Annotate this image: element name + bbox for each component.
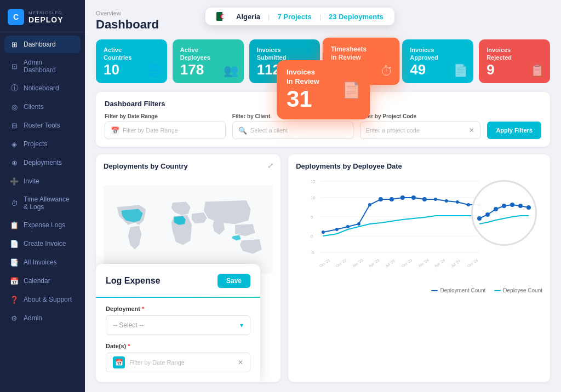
sidebar-item-label: About & Support	[24, 296, 72, 303]
sidebar-item-label: Create Invoice	[24, 240, 66, 247]
deployment-select-placeholder: -- Select --	[113, 321, 144, 329]
svg-point-43	[494, 207, 498, 211]
sidebar-item-label: Projects	[24, 140, 47, 148]
svg-point-44	[502, 204, 506, 208]
stat-card-active-deployees: ActiveDeployees 178 👥	[173, 39, 244, 83]
svg-point-29	[467, 203, 470, 206]
sidebar-item-all-invoices[interactable]: 📑 All Invoices	[4, 253, 81, 271]
svg-text:Jan '24: Jan '24	[417, 258, 430, 268]
svg-text:15: 15	[311, 179, 316, 184]
dates-required-star: *	[128, 343, 130, 349]
sidebar-item-dashboard[interactable]: ⊞ Dashboard	[4, 36, 81, 53]
svg-text:Oct '23: Oct '23	[401, 258, 413, 268]
svg-point-42	[485, 212, 490, 217]
bottom-row: Deployments by Country ⤢	[96, 154, 550, 382]
date-clear-icon[interactable]: ✕	[238, 359, 243, 366]
main-content: Algeria | 7 Projects | 23 Deployments Ov…	[85, 0, 561, 392]
tooltip-icon: 📄	[342, 80, 361, 99]
chevron-down-icon: ▾	[240, 321, 243, 329]
svg-text:Oct '21: Oct '21	[319, 258, 331, 268]
logo-text: MetricsLed DEPLOY	[28, 10, 64, 24]
svg-point-47	[526, 205, 531, 210]
modal-save-button[interactable]: Save	[217, 274, 250, 288]
sidebar-item-label: Time Allowance & Logs	[24, 195, 75, 211]
sidebar-item-time-allowance[interactable]: ⏱ Time Allowance & Logs	[4, 191, 81, 215]
svg-text:Jul '24: Jul '24	[450, 259, 461, 268]
sidebar-item-expense-logs[interactable]: 📋 Expense Logs	[4, 216, 81, 234]
svg-point-19	[357, 222, 360, 226]
sidebar-item-admin[interactable]: ⚙ Admin	[4, 309, 81, 327]
deployments-country-title: Deployments by Country	[104, 162, 273, 170]
algeria-name: Algeria	[236, 13, 260, 21]
sidebar-item-label: Roster Tools	[24, 122, 60, 129]
clock-icon: ⏱	[381, 64, 394, 79]
sidebar-item-admin-dashboard[interactable]: ⊡ Admin Dashboard	[4, 54, 81, 78]
svg-point-22	[390, 197, 394, 201]
roster-tools-icon: ⊟	[10, 121, 19, 130]
svg-point-26	[434, 198, 437, 201]
filter-project-input[interactable]: Enter a project code ✕	[360, 122, 481, 139]
deployments-by-country-panel: Deployments by Country ⤢	[96, 154, 280, 382]
deployment-field-label: Deployment *	[106, 305, 250, 312]
svg-text:Oct '22: Oct '22	[335, 258, 347, 268]
deployment-select[interactable]: -- Select -- ▾	[106, 315, 250, 335]
sidebar-item-roster-tools[interactable]: ⊟ Roster Tools	[4, 117, 81, 134]
deployment-count-dot	[431, 290, 438, 291]
logo-brand: MetricsLed	[28, 10, 64, 15]
chart-legend: Deployment Count Deployee Count	[296, 287, 542, 293]
noticeboard-icon: ⓘ	[10, 84, 19, 93]
date-icon: 📅	[113, 356, 125, 368]
svg-point-27	[445, 199, 448, 203]
filter-client-placeholder: Select a client	[250, 127, 288, 134]
algeria-deployments: 23 Deployments	[329, 13, 383, 21]
sidebar-item-calendar[interactable]: 📅 Calendar	[4, 272, 81, 290]
sidebar-item-about-support[interactable]: ❓ About & Support	[4, 291, 81, 308]
search-icon: 🔍	[238, 126, 247, 135]
filter-date-placeholder: Filter by Date Range	[123, 127, 178, 134]
sidebar-item-label: Clients	[24, 103, 44, 111]
sidebar-item-deployments[interactable]: ⊕ Deployments	[4, 154, 81, 171]
admin-icon: ⚙	[10, 314, 19, 322]
filter-project-placeholder: Enter a project code	[366, 127, 420, 134]
zoom-circle	[471, 180, 537, 246]
svg-text:10: 10	[311, 195, 316, 200]
filter-date-input[interactable]: 📅 Filter by Date Range	[105, 122, 226, 139]
required-star: *	[142, 305, 144, 312]
svg-point-41	[477, 216, 482, 221]
dates-placeholder: Filter by Date Range	[129, 359, 185, 366]
algeria-bar: Algeria | 7 Projects | 23 Deployments	[205, 8, 394, 25]
sidebar-item-label: Deployments	[24, 159, 62, 166]
sidebar-item-noticeboard[interactable]: ⓘ Noticeboard	[4, 79, 81, 97]
svg-point-28	[456, 200, 459, 204]
svg-point-18	[346, 225, 350, 228]
expand-icon[interactable]: ⤢	[267, 161, 274, 170]
apply-filters-button[interactable]: Apply Filters	[487, 122, 541, 139]
invite-icon: ➕	[10, 177, 19, 186]
logo-icon: C	[8, 9, 24, 25]
modal-header: Log Expense Save	[106, 274, 250, 288]
clear-project-icon[interactable]: ✕	[469, 126, 474, 134]
sidebar-item-label: Expense Logs	[24, 221, 65, 229]
filter-date-group: Filter by Date Range 📅 Filter by Date Ra…	[105, 113, 226, 139]
svg-point-3	[221, 15, 225, 18]
sidebar-item-clients[interactable]: ◎ Clients	[4, 98, 81, 116]
sidebar-item-label: Calendar	[24, 277, 50, 285]
sidebar-item-projects[interactable]: ◈ Projects	[4, 135, 81, 153]
legend-deployment-count: Deployment Count	[431, 287, 485, 293]
sidebar-item-label: All Invoices	[24, 258, 57, 266]
dashboard-icon: ⊞	[10, 40, 19, 49]
expense-logs-icon: 📋	[10, 221, 19, 229]
sidebar-item-invite[interactable]: ➕ Invite	[4, 172, 81, 190]
svg-point-46	[518, 204, 523, 208]
svg-text:Jul '23: Jul '23	[385, 259, 396, 268]
deployments-by-date-panel: Deployments by Deployee Date 15 10 5 0 -…	[288, 154, 550, 382]
sidebar-item-create-invoice[interactable]: 📄 Create Invoice	[4, 235, 81, 252]
filter-project-label: Filter by Project Code	[360, 113, 481, 119]
log-expense-modal: Log Expense Save Deployment * -- Select …	[96, 264, 260, 382]
dates-input[interactable]: 📅 Filter by Date Range ✕	[106, 353, 250, 372]
filter-client-input[interactable]: 🔍 Select a client	[232, 122, 353, 139]
filter-project-group: Filter by Project Code Enter a project c…	[360, 113, 481, 139]
calendar-icon: 📅	[10, 276, 19, 285]
clients-icon: ◎	[10, 102, 19, 111]
deployee-count-dot	[494, 290, 501, 291]
